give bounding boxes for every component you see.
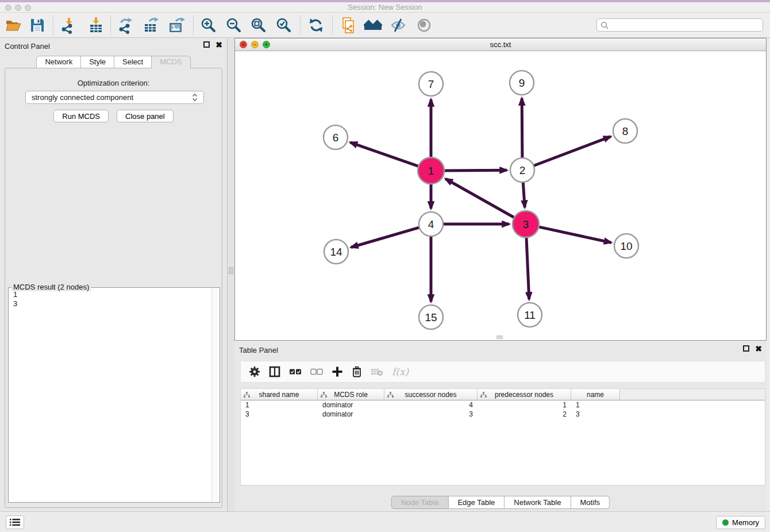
svg-text:6: 6 xyxy=(333,132,339,144)
column-header-mcds-role[interactable]: MCDS role xyxy=(318,389,384,400)
view-resize-handle[interactable] xyxy=(496,336,503,339)
node-4[interactable]: 4 xyxy=(419,212,443,236)
close-panel-icon[interactable]: ✖ xyxy=(215,41,222,49)
cell-mcds-role[interactable]: dominator xyxy=(318,410,384,418)
node-1[interactable]: 1 xyxy=(418,157,444,184)
edge-1-6[interactable] xyxy=(351,142,419,167)
cell-predecessor-nodes[interactable]: 2 xyxy=(478,410,571,418)
tab-edge-table[interactable]: Edge Table xyxy=(448,496,505,509)
memory-label: Memory xyxy=(732,518,759,527)
edge-2-9[interactable] xyxy=(522,98,522,158)
delete-column-button[interactable] xyxy=(352,364,362,379)
add-column-button[interactable] xyxy=(332,364,343,379)
export-network-button[interactable] xyxy=(116,16,136,35)
optimization-criterion-value: strongly connected component xyxy=(32,93,192,102)
cell-successor-nodes[interactable]: 4 xyxy=(384,401,478,409)
close-table-panel-icon[interactable]: ✖ xyxy=(755,345,762,353)
node-8[interactable]: 8 xyxy=(613,119,637,143)
export-image-icon xyxy=(168,17,185,34)
zoom-in-button[interactable] xyxy=(198,16,219,35)
table-panel-title: Table Panel xyxy=(239,346,278,354)
list-icon xyxy=(10,518,20,526)
tab-mcds[interactable]: MCDS xyxy=(152,56,190,68)
zoom-selected-button[interactable] xyxy=(274,16,294,35)
export-table-button[interactable] xyxy=(141,16,161,35)
column-header-shared-name[interactable]: shared name xyxy=(241,389,318,400)
show-panels-button[interactable] xyxy=(6,515,24,529)
column-header-name[interactable]: name xyxy=(571,389,620,400)
save-button[interactable] xyxy=(27,16,48,35)
toolbar-separator xyxy=(300,16,301,35)
cell-shared-name[interactable]: 1 xyxy=(241,401,318,409)
cell-successor-nodes[interactable]: 3 xyxy=(384,410,478,418)
edge-3-11[interactable] xyxy=(526,237,529,299)
tab-network[interactable]: Network xyxy=(36,56,81,68)
import-table-button[interactable] xyxy=(86,16,106,35)
float-panel-icon[interactable] xyxy=(203,41,210,48)
open-button[interactable] xyxy=(3,16,24,35)
edge-3-1[interactable] xyxy=(445,179,514,218)
panel-splitter[interactable] xyxy=(228,38,234,511)
close-panel-button[interactable]: Close panel xyxy=(117,110,174,122)
cell-name[interactable]: 1 xyxy=(571,401,620,409)
stepper-icon xyxy=(192,93,198,102)
tab-network-table[interactable]: Network Table xyxy=(505,496,571,509)
edge-3-10[interactable] xyxy=(539,227,611,242)
show-all-button[interactable] xyxy=(414,16,434,35)
node-2[interactable]: 2 xyxy=(510,158,534,182)
apply-layout-button[interactable] xyxy=(306,16,326,35)
column-header-successor-nodes[interactable]: successor nodes xyxy=(384,389,478,400)
import-network-button[interactable] xyxy=(58,16,79,35)
search-input[interactable] xyxy=(611,21,759,29)
network-window-titlebar[interactable]: × − + scc.txt xyxy=(235,38,766,51)
splitter-handle[interactable] xyxy=(229,267,233,274)
app-titlebar: Session: New Session xyxy=(0,0,770,13)
float-table-panel-icon[interactable] xyxy=(743,345,749,352)
table-settings-button[interactable] xyxy=(249,364,260,379)
edge-2-3[interactable] xyxy=(523,182,525,207)
export-image-button[interactable] xyxy=(166,16,187,35)
search-icon xyxy=(600,21,609,29)
result-scrollbar[interactable] xyxy=(211,288,219,502)
new-network-from-selection-button[interactable] xyxy=(338,16,359,35)
zoom-out-button[interactable] xyxy=(224,16,244,35)
deselect-all-button[interactable] xyxy=(310,364,323,379)
svg-text:2: 2 xyxy=(519,164,526,176)
select-all-icon xyxy=(289,368,302,375)
cell-mcds-role[interactable]: dominator xyxy=(318,401,384,409)
node-11[interactable]: 11 xyxy=(518,303,542,327)
tree-icon xyxy=(244,392,250,398)
tab-node-table[interactable]: Node Table xyxy=(391,496,449,509)
select-all-button[interactable] xyxy=(289,364,302,379)
node-6[interactable]: 6 xyxy=(324,125,348,149)
cell-name[interactable]: 3 xyxy=(571,410,620,418)
memory-button[interactable]: Memory xyxy=(716,516,765,529)
toolbar-search xyxy=(596,18,763,32)
edge-2-8[interactable] xyxy=(534,137,611,166)
table-row[interactable]: 3dominator323 xyxy=(241,410,765,419)
table-row[interactable]: 1dominator411 xyxy=(241,400,765,410)
zoom-fit-button[interactable] xyxy=(248,16,269,35)
edge-4-14[interactable] xyxy=(351,228,419,248)
node-14[interactable]: 14 xyxy=(324,240,348,264)
control-panel-tabs: NetworkStyleSelectMCDS xyxy=(0,56,227,68)
node-3[interactable]: 3 xyxy=(513,211,539,237)
show-column-button[interactable] xyxy=(269,364,280,379)
column-header-predecessor-nodes[interactable]: predecessor nodes xyxy=(478,389,571,400)
node-7[interactable]: 7 xyxy=(419,72,443,96)
node-10[interactable]: 10 xyxy=(614,234,638,258)
network-graph[interactable]: 7968124314101511 xyxy=(235,52,766,340)
edge-1-2[interactable] xyxy=(444,170,507,171)
tab-select[interactable]: Select xyxy=(114,56,152,68)
tab-motifs[interactable]: Motifs xyxy=(571,496,610,509)
plus-icon xyxy=(332,366,343,377)
optimization-criterion-select[interactable]: strongly connected component xyxy=(25,91,204,104)
node-15[interactable]: 15 xyxy=(419,305,443,329)
tab-style[interactable]: Style xyxy=(81,56,114,68)
cell-shared-name[interactable]: 3 xyxy=(241,410,318,418)
node-9[interactable]: 9 xyxy=(510,71,534,95)
cell-predecessor-nodes[interactable]: 1 xyxy=(478,401,571,409)
run-mcds-button[interactable]: Run MCDS xyxy=(53,110,109,122)
first-neighbors-button[interactable] xyxy=(363,16,383,35)
hide-selected-button[interactable] xyxy=(388,16,409,35)
